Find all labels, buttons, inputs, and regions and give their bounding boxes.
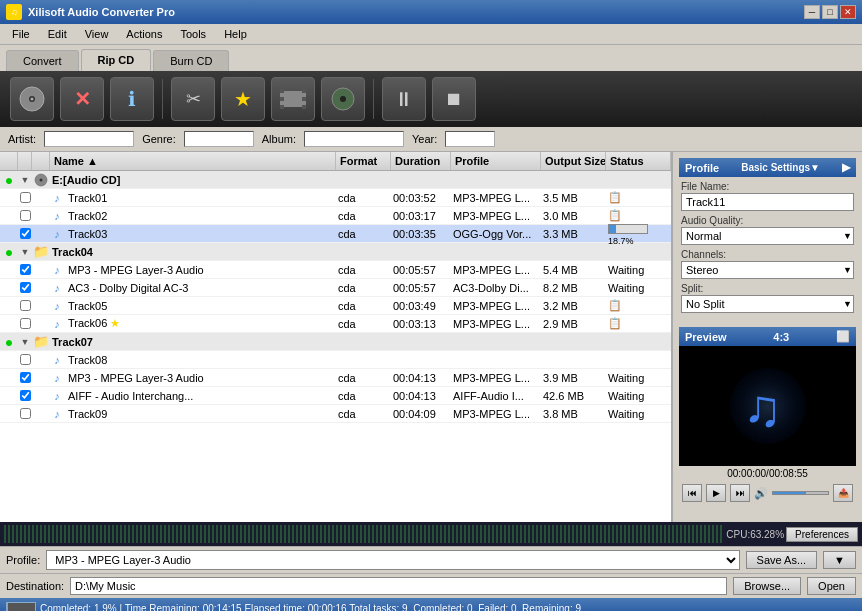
list-item[interactable]: ● ▼ 📁 Track04 (0, 243, 671, 261)
menu-file[interactable]: File (4, 26, 38, 42)
list-item[interactable]: ♪ AC3 - Dolby Digital AC-3 cda 00:05:57 … (0, 279, 671, 297)
preferences-button[interactable]: Preferences (786, 527, 858, 542)
row-check[interactable] (16, 318, 34, 329)
expand-btn[interactable]: ▼ (18, 337, 32, 347)
menu-tools[interactable]: Tools (172, 26, 214, 42)
toolbar-pause-button[interactable]: ⏸ (382, 77, 426, 121)
tab-burn-cd[interactable]: Burn CD (153, 50, 229, 71)
row-format: cda (336, 210, 391, 222)
list-item[interactable]: ● ▼ 📁 Track07 (0, 333, 671, 351)
browse-button[interactable]: Browse... (733, 577, 801, 595)
list-item[interactable]: ♪ Track03 cda 00:03:35 OGG-Ogg Vor... 3.… (0, 225, 671, 243)
list-item[interactable]: ♪ Track05 cda 00:03:49 MP3-MPEG L... 3.2… (0, 297, 671, 315)
list-item[interactable]: ♪ Track08 (0, 351, 671, 369)
preview-expand-icon[interactable]: ⬜ (836, 330, 850, 343)
menu-actions[interactable]: Actions (118, 26, 170, 42)
list-item[interactable]: ♪ Track02 cda 00:03:17 MP3-MPEG L... 3.0… (0, 207, 671, 225)
row-checkbox[interactable] (20, 408, 31, 419)
row-status: Waiting (606, 264, 671, 276)
save-as-button[interactable]: Save As... (746, 551, 818, 569)
list-item[interactable]: ♪ Track06 ★ cda 00:03:13 MP3-MPEG L... 2… (0, 315, 671, 333)
dest-input[interactable] (70, 577, 727, 595)
menu-view[interactable]: View (77, 26, 117, 42)
split-select[interactable]: No Split Split by Size Split by Duration (681, 295, 854, 313)
row-checkbox[interactable] (20, 372, 31, 383)
row-checkbox[interactable] (20, 192, 31, 203)
list-body[interactable]: ● ▼ E:[Audio CD] ♪ Track01 cda (0, 171, 671, 522)
toolbar-star-button[interactable]: ★ (221, 77, 265, 121)
tab-convert[interactable]: Convert (6, 50, 79, 71)
header-duration[interactable]: Duration (391, 152, 451, 170)
profile-select[interactable]: MP3 - MPEG Layer-3 Audio AAC Audio OGG V… (46, 550, 739, 570)
expand-btn[interactable]: ▼ (18, 175, 32, 185)
row-checkbox[interactable] (20, 390, 31, 401)
header-output[interactable]: Output Size (541, 152, 606, 170)
row-checkbox[interactable] (20, 228, 31, 239)
row-check[interactable] (16, 390, 34, 401)
toolbar-film-button[interactable] (271, 77, 315, 121)
menu-bar: File Edit View Actions Tools Help (0, 24, 862, 45)
header-status[interactable]: Status (606, 152, 671, 170)
row-check: ● (0, 334, 18, 350)
next-button[interactable]: ⏭ (730, 484, 750, 502)
menu-edit[interactable]: Edit (40, 26, 75, 42)
svg-rect-8 (280, 97, 284, 101)
row-checkbox[interactable] (20, 282, 31, 293)
audio-quality-select[interactable]: Normal High Very High Low (681, 227, 854, 245)
row-check[interactable] (16, 372, 34, 383)
year-input[interactable] (445, 131, 495, 147)
close-button[interactable]: ✕ (840, 5, 856, 19)
list-item[interactable]: ♪ MP3 - MPEG Layer-3 Audio cda 00:04:13 … (0, 369, 671, 387)
volume-slider[interactable] (772, 491, 829, 495)
profile-label: Profile: (6, 554, 40, 566)
row-name: E:[Audio CD] (50, 174, 336, 186)
artist-input[interactable] (44, 131, 134, 147)
header-icon (32, 152, 50, 170)
row-check[interactable] (16, 264, 34, 275)
list-item[interactable]: ♪ Track09 cda 00:04:09 MP3-MPEG L... 3.8… (0, 405, 671, 423)
toolbar-info-button[interactable]: ℹ (110, 77, 154, 121)
list-item[interactable]: ♪ MP3 - MPEG Layer-3 Audio cda 00:05:57 … (0, 261, 671, 279)
header-name[interactable]: Name ▲ (50, 152, 336, 170)
list-item[interactable]: ♪ AIFF - Audio Interchang... cda 00:04:1… (0, 387, 671, 405)
tab-rip-cd[interactable]: Rip CD (81, 49, 152, 71)
row-checkbox[interactable] (20, 354, 31, 365)
row-check[interactable] (16, 192, 34, 203)
settings-label[interactable]: Basic Settings▼ (741, 162, 820, 173)
row-check[interactable] (16, 210, 34, 221)
play-button[interactable]: ▶ (706, 484, 726, 502)
list-item[interactable]: ● ▼ E:[Audio CD] (0, 171, 671, 189)
row-duration: 00:05:57 (391, 282, 451, 294)
toolbar-cd-button[interactable] (10, 77, 54, 121)
menu-help[interactable]: Help (216, 26, 255, 42)
row-check[interactable] (16, 408, 34, 419)
toolbar-disc-button[interactable] (321, 77, 365, 121)
row-check[interactable] (16, 282, 34, 293)
row-check[interactable] (16, 354, 34, 365)
expand-btn[interactable]: ▼ (18, 247, 32, 257)
expand-button[interactable]: ▼ (823, 551, 856, 569)
prev-button[interactable]: ⏮ (682, 484, 702, 502)
file-name-input[interactable] (681, 193, 854, 211)
header-format[interactable]: Format (336, 152, 391, 170)
row-checkbox[interactable] (20, 318, 31, 329)
row-format: cda (336, 300, 391, 312)
toolbar-stop-button[interactable]: ⏹ (432, 77, 476, 121)
row-checkbox[interactable] (20, 264, 31, 275)
row-checkbox[interactable] (20, 210, 31, 221)
toolbar-close-button[interactable]: ✕ (60, 77, 104, 121)
minimize-button[interactable]: ─ (804, 5, 820, 19)
row-checkbox[interactable] (20, 300, 31, 311)
toolbar-cut-button[interactable]: ✂ (171, 77, 215, 121)
expand-icon[interactable]: ▶ (842, 161, 850, 174)
album-input[interactable] (304, 131, 404, 147)
open-button[interactable]: Open (807, 577, 856, 595)
row-check[interactable] (16, 228, 34, 239)
genre-input[interactable] (184, 131, 254, 147)
row-check[interactable] (16, 300, 34, 311)
list-item[interactable]: ♪ Track01 cda 00:03:52 MP3-MPEG L... 3.5… (0, 189, 671, 207)
svg-text:♫: ♫ (743, 379, 782, 437)
maximize-button[interactable]: □ (822, 5, 838, 19)
channels-select[interactable]: Stereo Mono Joint Stereo (681, 261, 854, 279)
header-profile[interactable]: Profile (451, 152, 541, 170)
